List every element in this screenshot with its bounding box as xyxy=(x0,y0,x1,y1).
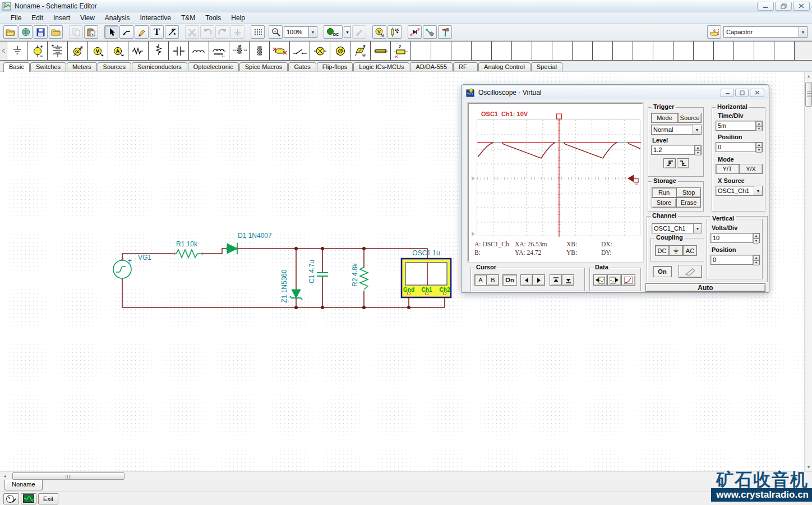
palette-resistor[interactable] xyxy=(128,42,149,60)
tab-flip-flops[interactable]: Flip-flops xyxy=(317,62,353,71)
dc-mode-dropdown[interactable]: ▼ xyxy=(344,26,351,38)
restore-button[interactable] xyxy=(775,2,792,11)
scope-cursor-a[interactable] xyxy=(557,114,562,237)
tab-spice-macros[interactable]: Spice Macros xyxy=(239,62,288,71)
component-vg1[interactable]: + VG1 xyxy=(113,254,151,278)
menu-edit[interactable]: Edit xyxy=(26,13,48,23)
coupling-dc-button[interactable]: DC xyxy=(655,245,669,256)
component-r2[interactable]: R2 4.8k xyxy=(351,263,368,290)
menu-insert[interactable]: Insert xyxy=(48,13,75,23)
palette-ground[interactable] xyxy=(7,42,27,60)
wire-tool-button[interactable] xyxy=(119,25,133,39)
copy-button[interactable] xyxy=(69,25,83,39)
scroll-up-icon[interactable]: ▲ xyxy=(805,72,812,80)
cursor-on-button[interactable]: On xyxy=(502,274,517,286)
save-button[interactable] xyxy=(34,25,48,39)
text-tool-button[interactable]: T xyxy=(150,25,164,39)
palette-capacitor[interactable] xyxy=(169,42,189,60)
tm-meter-button[interactable] xyxy=(3,493,19,504)
palette-relay[interactable] xyxy=(270,42,290,60)
resistor-tool-button[interactable]: 1K xyxy=(387,25,402,39)
time-div-input[interactable]: 5m ▲▼ xyxy=(716,121,763,131)
tab-meters[interactable]: Meters xyxy=(67,62,97,71)
palette-battery[interactable] xyxy=(48,42,68,60)
trigger-falling-edge-button[interactable] xyxy=(677,158,689,168)
channel-on-button[interactable]: On xyxy=(653,266,672,277)
cursor-a-button[interactable]: A xyxy=(474,274,487,286)
cursor-bottom-button[interactable] xyxy=(562,274,574,286)
open-project-button[interactable] xyxy=(49,25,63,39)
data-curve-button[interactable] xyxy=(621,274,635,286)
diode-probe-button[interactable] xyxy=(408,25,422,39)
palette-transformer[interactable] xyxy=(250,42,270,60)
minimize-button[interactable] xyxy=(757,2,774,11)
palette-thermistor[interactable] xyxy=(350,42,371,60)
component-d1[interactable]: D1 1N4007 xyxy=(227,232,272,254)
data-export-button[interactable] xyxy=(607,274,621,286)
tab-rf[interactable]: RF xyxy=(453,62,478,71)
palette-iron-core-inductor[interactable] xyxy=(209,42,229,60)
mode-yt-button[interactable]: Y/T xyxy=(716,164,739,174)
storage-stop-button[interactable]: Stop xyxy=(676,187,701,198)
redo-button[interactable] xyxy=(215,25,229,39)
tab-basic[interactable]: Basic xyxy=(3,62,30,72)
coupling-ac-button[interactable]: AC xyxy=(683,245,697,256)
sheet-tab-noname[interactable]: Noname xyxy=(4,480,43,490)
cursor-top-button[interactable] xyxy=(550,274,562,286)
scope-close-button[interactable] xyxy=(750,89,764,97)
palette-voltage-generator[interactable] xyxy=(68,42,88,60)
menu-view[interactable]: View xyxy=(75,13,100,23)
select-tool-button[interactable] xyxy=(104,25,118,39)
pin-tool-button[interactable] xyxy=(438,25,452,39)
volts-div-spinner[interactable]: ▲▼ xyxy=(753,233,759,242)
tab-sources[interactable]: Sources xyxy=(98,62,131,71)
palette-coupled-inductors[interactable]: ML1L2 xyxy=(229,42,250,60)
channel-select[interactable]: OSC1_Ch1 ▼ xyxy=(652,223,702,233)
palette-impedance[interactable]: Z xyxy=(391,42,411,60)
trigger-source-button[interactable]: Source xyxy=(678,113,702,123)
trigger-level-spinner[interactable]: ▲▼ xyxy=(694,145,701,154)
component-search-arrow-icon[interactable]: ▼ xyxy=(799,27,807,37)
palette-motor[interactable] xyxy=(330,42,350,60)
zoom-level-combo[interactable]: 100% ▼ xyxy=(284,26,317,38)
signal-probe-button[interactable] xyxy=(423,25,437,39)
canvas-vertical-scrollbar[interactable]: ▲ ▼ xyxy=(804,72,812,471)
menu-help[interactable]: Help xyxy=(226,13,250,23)
probe-pen-button[interactable] xyxy=(352,25,366,39)
find-component-button[interactable] xyxy=(707,25,721,39)
tab-switches[interactable]: Switches xyxy=(30,62,66,71)
storage-erase-button[interactable]: Erase xyxy=(676,198,701,208)
palette-voltmeter[interactable] xyxy=(88,42,108,60)
trigger-mode-arrow-icon[interactable]: ▼ xyxy=(693,125,701,134)
palette-scroll-left[interactable] xyxy=(0,42,7,60)
exit-button[interactable]: Exit xyxy=(38,493,58,504)
data-import-button[interactable] xyxy=(593,274,607,286)
tab-logic-ics-mcus[interactable]: Logic ICs-MCUs xyxy=(353,62,409,71)
menu-file[interactable]: File xyxy=(6,13,26,23)
tab-optoelectronic[interactable]: Optoelectronic xyxy=(188,62,239,71)
horizontal-position-spinner[interactable]: ▲▼ xyxy=(755,143,762,152)
trigger-mode-button[interactable]: Mode xyxy=(651,113,678,123)
scroll-left-icon[interactable]: ◄ xyxy=(1,472,8,480)
menu-analysis[interactable]: Analysis xyxy=(100,13,135,23)
dc-interactive-button[interactable]: DC xyxy=(324,25,343,39)
tab-gates[interactable]: Gates xyxy=(288,62,316,71)
palette-ammeter[interactable] xyxy=(108,42,128,60)
time-div-spinner[interactable]: ▲▼ xyxy=(755,121,762,130)
voltmeter-tool-button[interactable] xyxy=(372,25,386,39)
vertical-position-input[interactable]: 0 ▲▼ xyxy=(710,255,760,265)
palette-lamp[interactable] xyxy=(310,42,330,60)
x-source-arrow-icon[interactable]: ▼ xyxy=(754,186,762,195)
vertical-scroll-thumb[interactable] xyxy=(805,82,812,107)
x-source-select[interactable]: OSC1_Ch1 ▼ xyxy=(716,186,763,196)
palette-fuse[interactable] xyxy=(371,42,391,60)
palette-inductor[interactable] xyxy=(189,42,209,60)
coupling-gnd-button[interactable] xyxy=(669,245,683,256)
oscilloscope-toggle-button[interactable] xyxy=(21,493,36,504)
close-button[interactable] xyxy=(793,2,810,11)
cursor-right-button[interactable] xyxy=(533,274,545,286)
component-c1[interactable]: C1 4.7u xyxy=(308,260,328,283)
component-r1[interactable]: R1 10k xyxy=(174,240,202,258)
menu-tm[interactable]: T&M xyxy=(176,13,200,23)
tab-special[interactable]: Special xyxy=(531,62,562,71)
